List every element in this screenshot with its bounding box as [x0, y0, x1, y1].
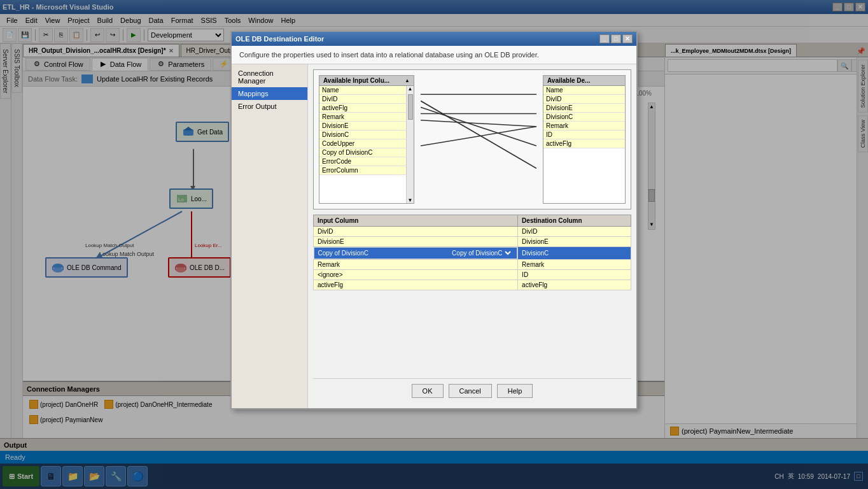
mapping-row-1[interactable]: DivisionE DivisionE — [314, 237, 631, 247]
modal-title-btns: _ □ ✕ — [599, 34, 633, 43]
available-dest-cols-box: Available De... Name DivID DivisionE Div… — [543, 75, 626, 204]
mapping-row-0[interactable]: DivID DivID — [314, 227, 631, 237]
nav-error-output[interactable]: Error Output — [232, 100, 307, 113]
svg-line-17 — [421, 101, 536, 168]
mapping-dest-5[interactable]: activeFlg — [518, 280, 631, 290]
nav-mappings[interactable]: Mappings — [232, 87, 307, 100]
available-dest-header: Available De... — [543, 76, 625, 86]
available-input-header: Available Input Colu... ▲ — [319, 76, 414, 86]
col-header-input: Input Column — [314, 215, 518, 227]
mapping-input-4[interactable]: <ignore> — [314, 270, 518, 280]
modal-close-btn[interactable]: ✕ — [622, 34, 633, 43]
input-scroll-thumb[interactable] — [408, 94, 413, 120]
mapping-table: Input Column Destination Column DivID Di… — [313, 215, 631, 290]
nav-connection-manager[interactable]: Connection Manager — [232, 67, 307, 87]
available-dest-header-label: Available De... — [547, 77, 590, 84]
mapping-lines-svg — [421, 75, 536, 204]
modal-title-bar: OLE DB Destination Editor _ □ ✕ — [232, 32, 636, 46]
mapping-input-3[interactable]: Remark — [314, 260, 518, 270]
input-col-errorcode: ErrorCode — [319, 157, 414, 166]
mapping-dest-0[interactable]: DivID — [518, 227, 631, 237]
mapping-dest-4[interactable]: ID — [518, 270, 631, 280]
mapping-input-2-select[interactable]: Copy of DivisionC DivisionC DivID — [449, 249, 513, 257]
modal-title-label: OLE DB Destination Editor — [235, 35, 324, 43]
mapping-input-2[interactable]: Copy of DivisionC Copy of DivisionC Divi… — [314, 247, 518, 259]
dest-col-divisionc: DivisionC — [543, 113, 625, 122]
input-scrollbar-up[interactable]: ▲ — [405, 78, 410, 83]
modal-description: Configure the properties used to insert … — [232, 46, 636, 64]
input-col-activeflg: activeFlg — [319, 104, 414, 113]
mapping-row-5[interactable]: activeFlg activeFlg — [314, 280, 631, 290]
svg-line-18 — [421, 108, 536, 146]
available-input-header-label: Available Input Colu... — [323, 77, 389, 84]
mapping-dest-1[interactable]: DivisionE — [518, 237, 631, 247]
modal-desc-text: Configure the properties used to insert … — [239, 51, 539, 59]
modal-body: Connection Manager Mappings Error Output… — [232, 64, 636, 408]
input-scroll-up[interactable]: ▲ — [408, 86, 413, 92]
mapping-table-area: Input Column Destination Column DivID Di… — [313, 215, 631, 373]
input-cols-body: Name DivID activeFlg Remark DivisionE Di… — [319, 86, 414, 203]
input-col-divisione: DivisionE — [319, 122, 414, 131]
input-col-remark: Remark — [319, 113, 414, 122]
mapping-input-5[interactable]: activeFlg — [314, 280, 518, 290]
mapping-row-3[interactable]: Remark Remark — [314, 260, 631, 270]
modal-footer: OK Cancel Help — [313, 378, 631, 403]
input-col-name: Name — [319, 86, 414, 95]
modal-restore-btn[interactable]: □ — [611, 34, 621, 43]
input-col-divisionc: DivisionC — [319, 131, 414, 139]
mapping-dest-3[interactable]: Remark — [518, 260, 631, 270]
cancel-button[interactable]: Cancel — [449, 384, 492, 398]
modal-main-content: Available Input Colu... ▲ Name DivID act… — [308, 64, 636, 408]
dest-col-id: ID — [543, 131, 625, 139]
dest-col-divid: DivID — [543, 95, 625, 104]
dest-cols-body: Name DivID DivisionE DivisionC Remark ID… — [543, 86, 625, 203]
mapping-input-2-text: Copy of DivisionC — [318, 250, 450, 257]
mapping-row-4[interactable]: <ignore> ID — [314, 270, 631, 280]
dest-col-remark: Remark — [543, 122, 625, 131]
input-col-errorcolumn: ErrorColumn — [319, 166, 414, 175]
input-scroll-down[interactable]: ▼ — [408, 197, 413, 203]
mapping-input-0[interactable]: DivID — [314, 227, 518, 237]
ok-button[interactable]: OK — [412, 384, 444, 398]
modal-dialog: OLE DB Destination Editor _ □ ✕ Configur… — [230, 31, 638, 409]
modal-minimize-btn[interactable]: _ — [599, 34, 610, 43]
input-vert-scrollbar[interactable]: ▲ ▼ — [406, 86, 414, 203]
mapping-input-1[interactable]: DivisionE — [314, 237, 518, 247]
svg-line-20 — [421, 120, 536, 127]
dest-col-divisione: DivisionE — [543, 104, 625, 113]
col-header-dest: Destination Column — [518, 215, 631, 227]
available-input-cols-box: Available Input Colu... ▲ Name DivID act… — [319, 75, 414, 204]
mapping-vis-area: Available Input Colu... ▲ Name DivID act… — [313, 69, 631, 209]
input-col-divid: DivID — [319, 95, 414, 104]
mapping-row-2[interactable]: Copy of DivisionC Copy of DivisionC Divi… — [314, 247, 631, 260]
input-col-codeupper: CodeUpper — [319, 139, 414, 148]
modal-overlay: OLE DB Destination Editor _ □ ✕ Configur… — [0, 0, 868, 489]
modal-nav-panel: Connection Manager Mappings Error Output — [232, 64, 308, 408]
mapping-dest-2[interactable]: DivisionC — [518, 247, 631, 260]
dest-col-name: Name — [543, 86, 625, 95]
input-col-copy-divisionc: Copy of DivisionC — [319, 148, 414, 157]
help-button[interactable]: Help — [497, 384, 533, 398]
dest-col-activeflg: activeFlg — [543, 139, 625, 148]
svg-line-21 — [421, 127, 536, 146]
